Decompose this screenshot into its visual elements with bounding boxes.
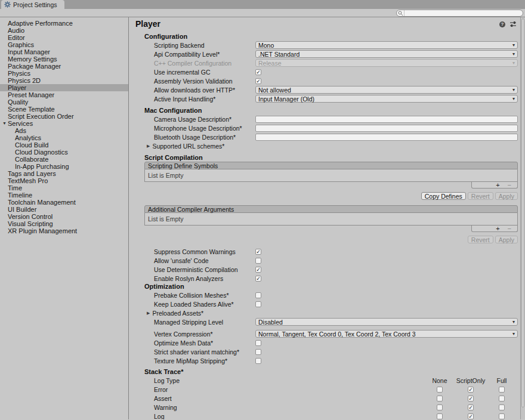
chevron-down-icon: ▾ — [512, 319, 515, 326]
sidebar-item-timeline[interactable]: Timeline — [0, 192, 128, 199]
texture-mipmap-stripping-checkbox[interactable] — [255, 358, 261, 364]
sidebar-item-analytics[interactable]: Analytics — [0, 134, 128, 141]
optimize-mesh-data-checkbox[interactable] — [255, 340, 261, 346]
sidebar-item-scene-template[interactable]: Scene Template — [0, 106, 128, 113]
field-label: Texture MipMap Stripping* — [129, 357, 255, 365]
row-allow-downloads-over-http: Allow downloads over HTTP*Not allowed▾ — [129, 85, 520, 94]
sidebar-item-version-control[interactable]: Version Control — [0, 213, 128, 220]
help-icon[interactable]: ? — [499, 21, 505, 27]
row-api-compatibility-level: Api Compatibility Level*.NET Standard▾ — [129, 50, 520, 58]
sidebar-item-quality[interactable]: Quality — [0, 98, 128, 106]
allow-downloads-over-http-dropdown[interactable]: Not allowed▾ — [255, 86, 518, 94]
keep-loaded-shaders-alive-checkbox[interactable] — [255, 301, 261, 307]
enable-roslyn-analyzers-checkbox[interactable]: ✓ — [255, 276, 261, 282]
row-use-incremental-gc: Use incremental GC✓ — [129, 67, 520, 76]
c-compiler-configuration-dropdown: Release▾ — [255, 59, 518, 67]
use-incremental-gc-checkbox[interactable]: ✓ — [255, 69, 261, 75]
sidebar-item-cloud-build[interactable]: Cloud Build — [0, 141, 128, 149]
sidebar-item-editor[interactable]: Editor — [0, 34, 128, 41]
add-item-button[interactable]: + — [496, 226, 499, 231]
sidebar-item-toolchain-management[interactable]: Toolchain Management — [0, 199, 128, 206]
warning-none-checkbox[interactable] — [437, 404, 443, 410]
stack-trace-table: Log TypeNoneScriptOnlyFullError✓Assert✓W… — [129, 376, 520, 419]
prebake-collision-meshes-checkbox[interactable] — [255, 292, 261, 298]
log-none-checkbox[interactable] — [437, 413, 443, 419]
bluetooth-usage-description-input[interactable] — [255, 134, 518, 141]
sidebar-item-physics[interactable]: Physics — [0, 70, 128, 77]
active-input-handling-dropdown[interactable]: Input Manager (Old)▾ — [255, 95, 518, 103]
suppress-common-warnings-checkbox[interactable]: ✓ — [255, 249, 261, 255]
stacktrace-cell: ✓ — [455, 404, 486, 410]
copy-defines-button[interactable]: Copy Defines — [421, 192, 466, 200]
sidebar-item-preset-manager[interactable]: Preset Manager — [0, 91, 128, 98]
assert-full-checkbox[interactable] — [499, 396, 505, 402]
api-compatibility-level-dropdown[interactable]: .NET Standard▾ — [255, 50, 518, 58]
stacktrace-cell — [424, 413, 455, 419]
scripting-backend-dropdown[interactable]: Mono▾ — [255, 41, 518, 49]
assembly-version-validation-checkbox[interactable]: ✓ — [255, 78, 261, 84]
preset-icon[interactable] — [509, 21, 517, 27]
sidebar-item-textmesh-pro[interactable]: TextMesh Pro — [0, 177, 128, 184]
warning-scriptonly-checkbox[interactable]: ✓ — [468, 404, 474, 410]
sidebar-item-ads[interactable]: Ads — [0, 127, 128, 134]
stacktrace-cell — [486, 413, 517, 419]
list-buttons: RevertApply — [144, 236, 518, 243]
sidebar-item-input-manager[interactable]: Input Manager — [0, 48, 128, 55]
field-label: Scripting Backend — [129, 42, 255, 49]
strict-shader-variant-matching-checkbox[interactable] — [255, 349, 261, 355]
allow-unsafe-code-checkbox[interactable] — [255, 258, 261, 264]
list-empty-message: List is Empty — [144, 169, 518, 182]
microphone-usage-description-input[interactable] — [255, 125, 518, 132]
row-allow-unsafe-code: Allow 'unsafe' Code — [129, 256, 520, 265]
vertex-compression-dropdown[interactable]: Normal, Tangent, Tex Coord 0, Tex Coord … — [255, 330, 518, 338]
sidebar-item-audio[interactable]: Audio — [0, 27, 128, 34]
error-none-checkbox[interactable] — [437, 387, 443, 393]
sidebar-item-package-manager[interactable]: Package Manager — [0, 63, 128, 70]
error-full-checkbox[interactable] — [499, 387, 505, 393]
sidebar-item-ui-builder[interactable]: UI Builder — [0, 206, 128, 213]
sidebar-item-graphics[interactable]: Graphics — [0, 41, 128, 48]
field-label: Strict shader variant matching* — [129, 348, 255, 356]
vertical-scrollbar[interactable] — [520, 17, 525, 419]
sidebar-item-cloud-diagnostics[interactable]: Cloud Diagnostics — [0, 149, 128, 156]
sidebar-item-tags-and-layers[interactable]: Tags and Layers — [0, 170, 128, 177]
sidebar-item-player[interactable]: Player — [0, 84, 128, 91]
field-label: Api Compatibility Level* — [129, 51, 255, 58]
field-label: Active Input Handling* — [129, 95, 255, 103]
sidebar-item-xr-plugin-management[interactable]: XR Plugin Management — [0, 227, 128, 234]
sidebar-item-services[interactable]: ▼Services — [0, 120, 128, 127]
warning-full-checkbox[interactable] — [499, 404, 505, 410]
use-deterministic-compilation-checkbox[interactable]: ✓ — [255, 267, 261, 273]
field-label: Vertex Compression* — [129, 331, 255, 338]
log-scriptonly-checkbox[interactable]: ✓ — [468, 413, 474, 419]
search-input[interactable] — [404, 10, 523, 16]
assert-none-checkbox[interactable] — [437, 396, 443, 402]
list-header: Scripting Define Symbols — [144, 162, 518, 169]
chevron-down-icon[interactable]: ▼ — [2, 120, 7, 127]
row-suppress-common-warnings: Suppress Common Warnings✓ — [129, 247, 520, 256]
error-scriptonly-checkbox[interactable]: ✓ — [468, 387, 474, 393]
row-vertex-compression: Vertex Compression*Normal, Tangent, Tex … — [129, 329, 520, 338]
stacktrace-row-assert: Assert✓ — [129, 394, 520, 403]
sidebar-item-in-app-purchasing[interactable]: In-App Purchasing — [0, 163, 128, 170]
preloaded-assets-foldout[interactable]: ▶Preloaded Assets* — [129, 310, 203, 317]
log-full-checkbox[interactable] — [499, 413, 505, 419]
row-prebake-collision-meshes: Prebake Collision Meshes* — [129, 291, 520, 299]
sidebar-item-memory-settings[interactable]: Memory Settings — [0, 55, 128, 63]
scrollbar-thumb[interactable] — [521, 18, 524, 407]
sidebar-item-script-execution-order[interactable]: Script Execution Order — [0, 113, 128, 120]
managed-stripping-level-dropdown[interactable]: Disabled▾ — [255, 318, 518, 326]
sidebar-item-visual-scripting[interactable]: Visual Scripting — [0, 220, 128, 227]
supported-url-schemes-foldout[interactable]: ▶Supported URL schemes* — [129, 143, 224, 150]
field-label: Managed Stripping Level — [129, 319, 255, 326]
sidebar-item-time[interactable]: Time — [0, 184, 128, 192]
sidebar-item-adaptive-performance[interactable]: Adaptive Performance — [0, 20, 128, 27]
camera-usage-description-input[interactable] — [255, 116, 518, 123]
sidebar-item-collaborate[interactable]: Collaborate — [0, 156, 128, 163]
sidebar-item-physics-2d[interactable]: Physics 2D — [0, 77, 128, 84]
assert-scriptonly-checkbox[interactable]: ✓ — [468, 396, 474, 402]
add-item-button[interactable]: + — [496, 183, 499, 188]
tab-project-settings[interactable]: Project Settings — [1, 0, 64, 9]
search-box[interactable] — [396, 10, 523, 17]
field-label: Suppress Common Warnings — [129, 248, 255, 255]
